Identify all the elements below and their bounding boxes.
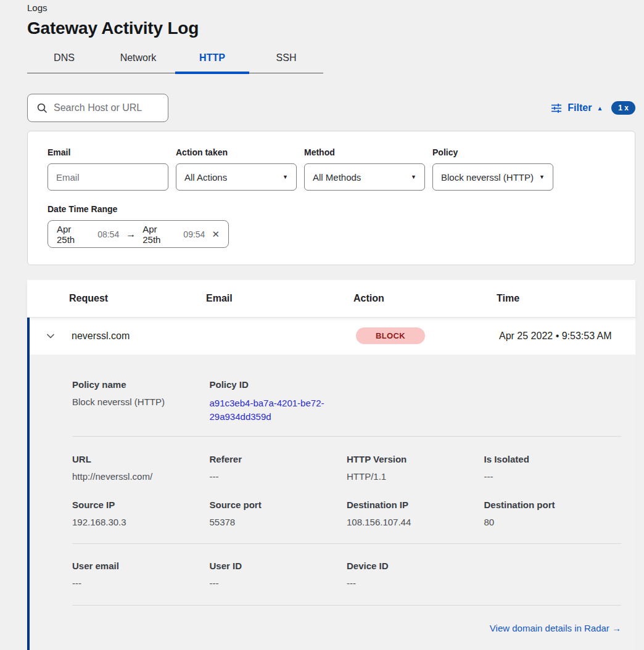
destination-port-value: 80 [484,517,622,527]
policy-value: Block neverssl (HTTP) [441,172,534,183]
page-content: Logs Gateway Activity Log DNS Network HT… [27,0,635,650]
row-time: Apr 25 2022 • 9:53:53 AM [499,331,635,342]
user-email-value: --- [72,578,210,588]
email-filter-input[interactable] [56,172,160,183]
destination-ip-label: Destination IP [347,500,484,510]
method-select[interactable]: All Methods ▼ [304,163,425,191]
detail-device-id: Device ID --- [347,561,484,588]
is-isolated-label: Is Isolated [484,454,622,464]
detail-user-id: User ID --- [210,561,347,588]
policy-section: Policy name Block neverssl (HTTP) Policy… [72,379,621,424]
collapse-filters-icon[interactable]: ▲ [597,105,603,112]
section-divider [72,436,621,437]
policy-select[interactable]: Block neverssl (HTTP) ▼ [432,163,553,191]
detail-policy-id: Policy ID a91c3eb4-ba7a-4201-be72-29a934… [210,379,347,424]
network-section: Source IP 192.168.30.3 Source port 55378… [72,500,621,527]
detail-referer: Referer --- [210,454,347,482]
device-id-value: --- [347,578,484,588]
url-value: http://neverssl.com/ [72,471,210,482]
filter-button[interactable]: Filter [568,102,592,113]
date-range-field: Date Time Range Apr 25th 08:54 → Apr 25t… [47,204,615,248]
tab-bar: DNS Network HTTP SSH [27,46,323,73]
user-id-value: --- [210,578,347,588]
action-taken-value: All Actions [184,172,227,183]
detail-is-isolated: Is Isolated --- [484,454,622,482]
referer-value: --- [210,471,347,482]
action-taken-field: Action taken All Actions ▼ [176,147,297,191]
detail-user-email: User email --- [72,561,210,588]
policy-label: Policy [432,147,553,157]
policy-name-value: Block neverssl (HTTP) [72,397,210,407]
filter-count-badge[interactable]: 1 x [611,101,635,115]
tab-http[interactable]: HTTP [175,46,249,73]
policy-id-label: Policy ID [210,379,347,390]
detail-url: URL http://neverssl.com/ [72,454,210,482]
tab-ssh[interactable]: SSH [249,46,323,73]
chevron-down-icon: ▼ [283,174,288,180]
section-divider [72,543,621,544]
row-expand-chevron-icon[interactable] [46,332,56,340]
column-header-request: Request [69,293,206,304]
destination-port-label: Destination port [484,500,622,510]
search-box [27,94,168,122]
column-header-email: Email [206,293,353,304]
column-header-time: Time [497,293,635,304]
policy-name-label: Policy name [72,379,210,390]
source-ip-value: 192.168.30.3 [72,517,210,527]
method-label: Method [304,147,425,157]
start-date: Apr 25th [57,224,91,245]
source-port-label: Source port [210,500,347,510]
block-status-badge: BLOCK [356,327,425,344]
http-version-label: HTTP Version [347,454,484,464]
filter-lines-icon [551,103,562,113]
email-filter-field: Email [47,147,168,191]
row-details-panel: Policy name Block neverssl (HTTP) Policy… [27,355,635,650]
http-version-value: HTTP/1.1 [347,471,484,482]
radar-link-row: View domain details in Radar → [72,623,621,633]
user-email-label: User email [72,561,210,571]
method-field: Method All Methods ▼ [304,147,425,191]
action-taken-select[interactable]: All Actions ▼ [176,163,297,191]
detail-source-port: Source port 55378 [210,500,347,527]
email-input-wrap [47,163,168,191]
detail-http-version: HTTP Version HTTP/1.1 [347,454,484,482]
is-isolated-value: --- [484,471,622,482]
detail-source-ip: Source IP 192.168.30.3 [72,500,210,527]
chevron-down-icon: ▼ [539,174,545,180]
filter-fields-row: Email Action taken All Actions ▼ Method … [47,147,615,191]
email-filter-label: Email [47,147,168,157]
action-taken-label: Action taken [176,147,297,157]
destination-ip-value: 108.156.107.44 [347,517,484,527]
tab-dns[interactable]: DNS [27,46,101,73]
http-section: URL http://neverssl.com/ Referer --- HTT… [72,454,621,482]
log-table: Request Email Action Time neverssl.com B… [27,280,635,650]
user-section: User email --- User ID --- Device ID --- [72,561,621,588]
filter-panel: Email Action taken All Actions ▼ Method … [27,131,635,265]
end-date: Apr 25th [142,224,176,245]
view-in-radar-link[interactable]: View domain details in Radar → [490,623,621,633]
search-icon [36,102,47,113]
referer-label: Referer [210,454,347,464]
detail-policy-name: Policy name Block neverssl (HTTP) [72,379,210,424]
search-input[interactable] [54,102,160,113]
toolbar: Filter ▲ 1 x [27,94,635,122]
detail-destination-ip: Destination IP 108.156.107.44 [347,500,484,527]
source-port-value: 55378 [210,517,347,527]
policy-id-link[interactable]: a91c3eb4-ba7a-4201-be72-29a934dd359d [210,397,327,424]
table-header: Request Email Action Time [27,280,635,317]
breadcrumb[interactable]: Logs [27,0,635,13]
page-title: Gateway Activity Log [27,19,635,38]
column-header-action: Action [353,293,497,304]
row-action: BLOCK [356,327,499,344]
start-time: 08:54 [97,229,119,239]
clear-date-range-icon[interactable]: ✕ [212,229,220,240]
device-id-label: Device ID [347,561,484,571]
row-request: neverssl.com [72,331,208,342]
section-divider [72,605,621,606]
date-range-picker[interactable]: Apr 25th 08:54 → Apr 25th 09:54 ✕ [47,220,229,248]
table-row[interactable]: neverssl.com BLOCK Apr 25 2022 • 9:53:53… [27,317,635,355]
tab-network[interactable]: Network [101,46,175,73]
policy-field: Policy Block neverssl (HTTP) ▼ [432,147,553,191]
detail-destination-port: Destination port 80 [484,500,622,527]
filter-controls: Filter ▲ 1 x [551,101,635,115]
